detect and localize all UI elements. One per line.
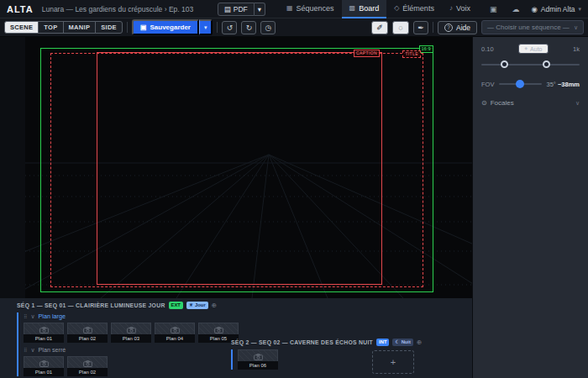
fov-handle[interactable] (516, 80, 524, 88)
focales-section-header[interactable]: ⊙ Focales ∨ (481, 99, 580, 107)
view-toolbar: SCENE TOP MANIP SIDE ▣ Sauvegarder ▾ ↺ ↻… (0, 18, 588, 37)
group-name: Plan large (39, 312, 66, 320)
shot-thumbnails-row-1: Plan 01 Plan 02 Plan 03 Plan 04 Plan 05 (24, 323, 239, 343)
pen-tool-icon: ✒ (417, 24, 424, 32)
zoom-max-value: 1k (573, 45, 580, 53)
caption-safe-frame: CAPTION (97, 52, 382, 285)
pdf-icon: ▤ (224, 5, 231, 13)
shot-bin-strip: SÉQ 1 — SEQ 01 — CLAIRIÈRE LUMINEUSE JOU… (0, 298, 472, 378)
help-icon: ? (444, 24, 453, 32)
save-button[interactable]: ▣ Sauvegarder (132, 19, 199, 35)
slider-track (481, 64, 580, 66)
moon-icon: ☾ (395, 339, 399, 345)
auto-button-label: Auto (530, 46, 542, 52)
sequence-select[interactable]: — Choisir une séquence — ∨ (481, 20, 584, 34)
tag-tool-icon: ✐ (376, 24, 383, 32)
cloud-sync-icon[interactable]: ☁ (508, 5, 522, 13)
shot-thumbnail[interactable]: Plan 01 (24, 323, 64, 343)
fov-slider[interactable] (499, 80, 541, 88)
add-shot-dropzone[interactable]: + (372, 350, 414, 374)
mic-icon: ♪ (449, 4, 453, 12)
pdf-options-caret[interactable]: ▾ (255, 3, 265, 16)
sequence-1-title: SÉQ 1 — SEQ 01 — CLAIRIÈRE LUMINEUSE JOU… (17, 302, 165, 308)
shot-label: Plan 03 (111, 334, 151, 343)
tab-voice[interactable]: ♪ Voix (442, 0, 478, 18)
time-badge-label: Nuit (402, 339, 411, 345)
sequence-select-value: — Choisir une séquence — (487, 24, 570, 31)
drag-handle-icon[interactable]: ⠿ (24, 347, 27, 353)
sequences-icon: ▦ (286, 4, 293, 12)
divider (433, 22, 433, 33)
tab-label: Board (359, 4, 379, 13)
sequence-2-title: SÉQ 2 — SEQ 02 — CAVERNE DES ÉCHOS NUIT (231, 339, 373, 345)
shot-group-2-label[interactable]: ⠿ ∨ Plan serré (24, 346, 239, 354)
range-handle-min[interactable] (501, 60, 508, 68)
chevron-down-icon: ∨ (30, 347, 34, 354)
shot-thumbnail[interactable]: Plan 06 (238, 349, 278, 370)
view-manip-button[interactable]: MANIP (63, 21, 97, 34)
undo-button[interactable]: ↺ (222, 21, 237, 34)
location-badge-ext: EXT (169, 302, 183, 309)
shot-label: Plan 02 (67, 334, 108, 343)
time-badge-label: Jour (195, 302, 206, 308)
thumbnail-image (24, 356, 64, 368)
shot-thumbnail[interactable]: Plan 02 (67, 356, 108, 376)
shot-thumbnail[interactable]: Plan 02 (67, 323, 108, 343)
tag-tool-button[interactable]: ✐ (371, 21, 388, 34)
zoom-min-value: 0.10 (481, 45, 494, 53)
fov-degrees: 35° (547, 81, 556, 88)
viewport-canvas[interactable]: 16:9 TITLE CAPTION (25, 37, 472, 298)
drag-handle-icon[interactable]: ⠿ (24, 313, 27, 319)
shot-thumbnail[interactable]: Plan 03 (111, 323, 151, 343)
save-options-caret[interactable]: ▾ (199, 19, 213, 35)
shot-thumbnail[interactable]: Plan 01 (24, 356, 64, 376)
shot-label: Plan 01 (24, 368, 64, 376)
tab-board[interactable]: ▩ Board (342, 0, 387, 18)
save-button-group: ▣ Sauvegarder ▾ (132, 19, 213, 35)
shot-group-1-label[interactable]: ⠿ ∨ Plan large (24, 312, 239, 320)
redo-button[interactable]: ↻ (241, 21, 256, 34)
focales-label: Focales (491, 99, 514, 107)
shot-thumbnail[interactable]: Plan 04 (155, 323, 195, 343)
tab-label: Voix (456, 4, 470, 13)
view-top-button[interactable]: TOP (38, 21, 63, 34)
range-handle-max[interactable] (543, 60, 550, 68)
view-scene-button[interactable]: SCENE (4, 21, 39, 34)
history-button[interactable]: ◷ (260, 21, 276, 34)
view-side-button[interactable]: SIDE (95, 21, 123, 34)
pen-tool-button[interactable]: ✒ (413, 21, 428, 34)
divider (217, 22, 218, 33)
thumbnail-image (155, 323, 195, 334)
tab-elements[interactable]: ◇ Éléments (386, 0, 442, 18)
divider (127, 22, 128, 33)
thumbnail-image (111, 323, 151, 334)
pdf-export-button[interactable]: ▤ PDF (218, 3, 255, 16)
zoom-range-slider[interactable] (481, 60, 580, 69)
help-button[interactable]: ? Aide (438, 21, 477, 34)
title-safe-label: TITLE (402, 50, 421, 58)
shot-label: Plan 06 (238, 361, 278, 370)
sequence-1-header: SÉQ 1 — SEQ 01 — CLAIRIÈRE LUMINEUSE JOU… (17, 302, 239, 309)
add-shot-icon[interactable]: ⊕ (417, 339, 422, 346)
aspect-ratio-label: 16:9 (419, 45, 433, 53)
time-badge-night: ☾Nuit (392, 339, 412, 346)
chevron-down-icon: ∨ (30, 313, 34, 320)
thumbnail-image (24, 323, 64, 334)
add-shot-icon[interactable]: ⊕ (212, 302, 217, 309)
caret-down-icon: ▾ (578, 6, 581, 13)
fov-mm: ~38mm (558, 81, 580, 88)
history-clock-icon: ◷ (265, 24, 272, 32)
user-name: Admin Alta (541, 5, 575, 13)
thumbnail-image (198, 323, 239, 334)
elements-icon: ◇ (394, 4, 399, 12)
auto-button[interactable]: ⌖ Auto (518, 44, 548, 54)
fov-label: FOV (481, 81, 494, 88)
tab-sequences[interactable]: ▦ Séquences (279, 0, 342, 18)
chevron-down-icon: ∨ (575, 100, 580, 107)
shot-thumbnails-row-2: Plan 01 Plan 02 (24, 356, 239, 376)
board-icon: ▩ (349, 4, 356, 12)
sun-icon: ☀ (189, 302, 193, 308)
save-status-icon[interactable]: ▣ (486, 5, 501, 13)
lasso-tool-button[interactable]: ◌ (392, 21, 409, 34)
user-menu[interactable]: ◉ Admin Alta ▾ (531, 5, 581, 13)
